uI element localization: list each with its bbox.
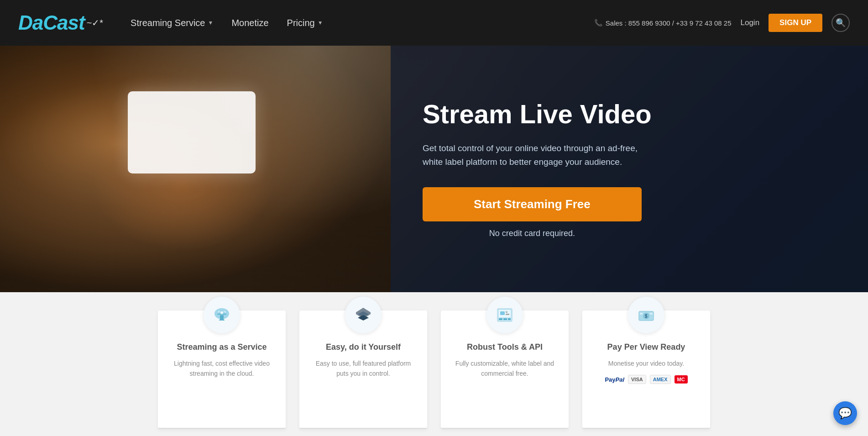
search-button[interactable]: 🔍 bbox=[831, 14, 850, 32]
svg-rect-11 bbox=[503, 318, 507, 320]
mastercard-icon: MC bbox=[675, 375, 688, 383]
nav-menu: Streaming Service ▼ Monetize Pricing ▼ bbox=[131, 18, 323, 28]
nav-pricing[interactable]: Pricing ▼ bbox=[287, 18, 323, 28]
chevron-down-icon: ▼ bbox=[208, 20, 214, 26]
feature-streaming-desc: Lightning fast, cost effective video str… bbox=[169, 358, 275, 379]
feature-tools-title: Robust Tools & API bbox=[467, 342, 543, 352]
feature-diy-title: Easy, do it Yourself bbox=[326, 342, 401, 352]
hero-subtitle: Get total control of your online video t… bbox=[423, 142, 642, 169]
paypal-icon: PayPal bbox=[605, 376, 624, 383]
svg-rect-14 bbox=[506, 311, 507, 313]
navbar-actions: 📞 Sales : 855 896 9300 / +33 9 72 43 08 … bbox=[594, 14, 850, 32]
svg-rect-12 bbox=[508, 318, 511, 320]
svg-rect-19 bbox=[640, 313, 643, 315]
phone-icon: 📞 bbox=[594, 19, 603, 27]
hero-content: Stream Live Video Get total control of y… bbox=[391, 46, 868, 292]
feature-ppv: $ Pay Per View Ready Monetise your video… bbox=[582, 310, 710, 429]
hero-section: Stream Live Video Get total control of y… bbox=[0, 46, 868, 292]
sales-info: 📞 Sales : 855 896 9300 / +33 9 72 43 08 … bbox=[594, 19, 732, 27]
feature-ppv-desc: Monetise your video today. bbox=[608, 358, 684, 368]
start-streaming-button[interactable]: Start Streaming Free bbox=[423, 187, 642, 221]
svg-rect-15 bbox=[506, 314, 509, 315]
chat-bubble[interactable]: 💬 bbox=[833, 401, 857, 425]
nav-streaming-service[interactable]: Streaming Service ▼ bbox=[131, 18, 213, 28]
amex-icon: AMEX bbox=[650, 375, 671, 384]
svg-rect-13 bbox=[500, 311, 505, 315]
feature-streaming: Streaming as a Service Lightning fast, c… bbox=[158, 310, 286, 429]
svg-marker-2 bbox=[220, 315, 224, 320]
svg-rect-10 bbox=[499, 318, 502, 320]
hero-title: Stream Live Video bbox=[423, 100, 836, 129]
nav-monetize[interactable]: Monetize bbox=[231, 18, 268, 28]
feature-diy-desc: Easy to use, full featured platform puts… bbox=[310, 358, 416, 379]
streaming-icon bbox=[204, 297, 240, 333]
hero-phone-image bbox=[128, 91, 256, 173]
feature-tools: Robust Tools & API Fully customizable, w… bbox=[441, 310, 569, 429]
logo: DaCast bbox=[18, 11, 85, 34]
svg-rect-20 bbox=[650, 313, 653, 315]
payment-icons: PayPal VISA AMEX MC bbox=[605, 375, 687, 384]
svg-rect-3 bbox=[219, 320, 225, 320]
chat-icon: 💬 bbox=[838, 407, 852, 420]
navbar: DaCast ~✓* Streaming Service ▼ Monetize … bbox=[0, 0, 868, 46]
ppv-icon: $ bbox=[628, 297, 664, 333]
logo-tagline: ~✓* bbox=[87, 17, 103, 28]
login-button[interactable]: Login bbox=[740, 18, 759, 27]
feature-ppv-title: Pay Per View Ready bbox=[607, 342, 685, 352]
no-credit-text: No credit card required. bbox=[423, 229, 642, 238]
feature-streaming-title: Streaming as a Service bbox=[177, 342, 267, 352]
svg-point-4 bbox=[220, 311, 223, 314]
svg-text:$: $ bbox=[645, 314, 648, 319]
signup-button[interactable]: SIGN UP bbox=[769, 14, 822, 32]
diy-icon bbox=[345, 297, 382, 333]
visa-icon: VISA bbox=[628, 375, 646, 384]
tools-icon bbox=[486, 297, 523, 333]
features-section: Streaming as a Service Lightning fast, c… bbox=[0, 292, 868, 436]
feature-diy: Easy, do it Yourself Easy to use, full f… bbox=[299, 310, 427, 429]
navbar-brand: DaCast ~✓* bbox=[18, 11, 103, 34]
chevron-down-icon: ▼ bbox=[318, 20, 323, 26]
feature-tools-desc: Fully customizable, white label and comm… bbox=[452, 358, 558, 379]
search-icon: 🔍 bbox=[836, 18, 846, 28]
